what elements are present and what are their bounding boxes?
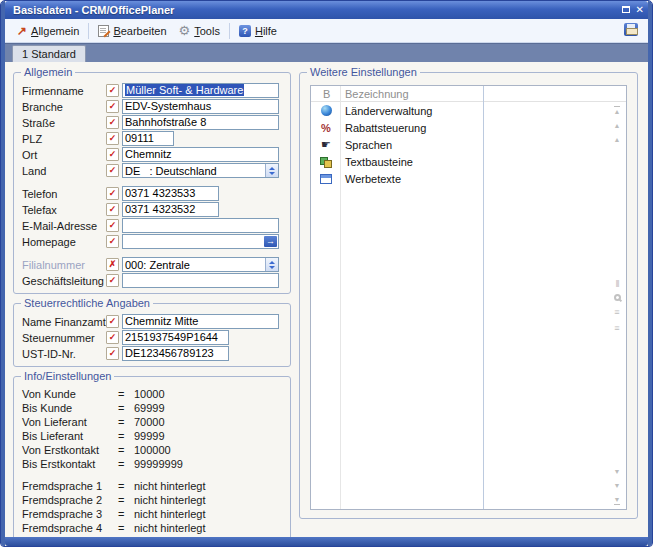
steuernummer-input[interactable]: 2151937549P1644 bbox=[122, 330, 229, 345]
page-down-icon[interactable]: ▼ bbox=[614, 482, 621, 489]
external-arrow-icon: ↗ bbox=[17, 25, 27, 37]
field-firmenname: Firmenname ✓ Müller Soft- & Hardware bbox=[22, 83, 284, 98]
field-label: Homepage bbox=[22, 236, 106, 248]
list-item-rabattsteuerung[interactable]: % Rabattsteuerung bbox=[311, 119, 626, 136]
ort-input[interactable]: Chemnitz bbox=[122, 147, 279, 162]
plz-input[interactable]: 09111 bbox=[122, 131, 174, 146]
field-branche: Branche ✓ EDV-Systemhaus bbox=[22, 99, 284, 114]
edit-check-icon[interactable]: ✓ bbox=[106, 331, 119, 344]
save-button[interactable] bbox=[620, 19, 642, 43]
toolbar-separator bbox=[229, 23, 230, 39]
list-item-sprachen[interactable]: ☛ Sprachen bbox=[311, 136, 626, 153]
edit-check-icon[interactable]: ✓ bbox=[106, 148, 119, 161]
email-input[interactable] bbox=[122, 218, 279, 233]
equals-sign: = bbox=[118, 402, 134, 414]
homepage-input[interactable]: www.Müller-Soft-und-Hardware.de → bbox=[122, 234, 279, 249]
info-row: Fremdsprache 4=nicht hinterlegt bbox=[22, 521, 284, 535]
strasse-input[interactable]: Bahnhofstraße 8 bbox=[122, 115, 279, 130]
field-filialnummer: Filialnummer ✗ 000: Zentrale bbox=[22, 257, 284, 272]
info-row: Bis Erstkontakt=99999999 bbox=[22, 457, 284, 471]
filialnummer-select[interactable]: 000: Zentrale bbox=[122, 257, 279, 272]
edit-check-icon[interactable]: ✓ bbox=[106, 187, 119, 200]
edit-check-icon[interactable]: ✓ bbox=[106, 219, 119, 232]
search-icon[interactable] bbox=[614, 294, 621, 301]
edit-check-icon[interactable]: ✓ bbox=[106, 132, 119, 145]
land-select[interactable]: DE : Deutschland bbox=[122, 163, 279, 178]
list-nav-strip: ▲ ▲ ▲ ||| ≡ ≡ ▼ ▼ ▼ bbox=[610, 106, 624, 505]
field-telefax: Telefax ✓ 0371 4323532 bbox=[22, 202, 284, 217]
field-label: Geschäftsleitung bbox=[22, 275, 106, 287]
edit-check-icon[interactable]: ✓ bbox=[106, 116, 119, 129]
panel-allgemein: Allgemein Firmenname ✓ Müller Soft- & Ha… bbox=[13, 72, 291, 294]
edit-check-icon[interactable]: ✓ bbox=[106, 203, 119, 216]
equals-sign: = bbox=[118, 430, 134, 442]
finanzamt-input[interactable]: Chemnitz Mitte bbox=[122, 314, 279, 329]
columns-icon[interactable]: ||| bbox=[615, 278, 618, 287]
telefon-input[interactable]: 0371 4323533 bbox=[122, 186, 219, 201]
column-header-bezeichnung: Bezeichnung bbox=[345, 88, 626, 100]
open-url-icon[interactable]: → bbox=[264, 236, 277, 247]
field-label: Name Finanzamt bbox=[22, 316, 106, 328]
panel-info: Info/Einstellungen Von Kunde=10000 Bis K… bbox=[13, 376, 291, 537]
geschaeftsleitung-input[interactable] bbox=[122, 273, 279, 288]
page-up-icon[interactable]: ▲ bbox=[614, 122, 621, 129]
sort-lines-icon[interactable]: ≡ bbox=[614, 308, 619, 317]
menu-allgemein[interactable]: ↗ Allgemein bbox=[11, 23, 85, 39]
edit-check-icon[interactable]: ✓ bbox=[106, 274, 119, 287]
field-label: Land bbox=[22, 165, 106, 177]
menu-hilfe[interactable]: ? Hilfe bbox=[233, 23, 283, 39]
info-row: Bis Lieferant=99999 bbox=[22, 429, 284, 443]
menu-bearbeiten[interactable]: Bearbeiten bbox=[92, 23, 172, 39]
list-item-laenderverwaltung[interactable]: Länderverwaltung bbox=[311, 102, 626, 119]
edit-check-icon[interactable]: ✓ bbox=[106, 235, 119, 248]
branche-input[interactable]: EDV-Systemhaus bbox=[122, 99, 279, 114]
equals-sign: = bbox=[118, 444, 134, 456]
equals-sign: = bbox=[118, 522, 134, 534]
edit-check-icon[interactable]: ✓ bbox=[106, 84, 119, 97]
ustid-input[interactable]: DE123456789123 bbox=[122, 346, 229, 361]
edit-check-icon[interactable]: ✓ bbox=[106, 347, 119, 360]
edit-check-icon[interactable]: ✓ bbox=[106, 164, 119, 177]
scroll-to-top-icon[interactable]: ▲ bbox=[614, 106, 621, 115]
text-blocks-icon bbox=[320, 156, 332, 168]
menubar: ↗ Allgemein Bearbeiten ⚙ Tools ? Hilfe bbox=[5, 19, 648, 43]
equals-sign: = bbox=[118, 494, 134, 506]
filter-lines-icon[interactable]: ≡ bbox=[614, 324, 619, 333]
dropdown-spinner-icon[interactable] bbox=[265, 164, 278, 177]
edit-check-icon[interactable]: ✓ bbox=[106, 315, 119, 328]
field-homepage: Homepage ✓ www.Müller-Soft-und-Hardware.… bbox=[22, 234, 284, 249]
move-down-icon[interactable]: ▼ bbox=[614, 468, 621, 475]
field-label: Telefon bbox=[22, 188, 106, 200]
group-title: Steuerrechtliche Angaben bbox=[21, 297, 153, 309]
close-window-icon[interactable]: ✕ bbox=[636, 4, 644, 16]
field-label: Filialnummer bbox=[22, 259, 106, 271]
field-ustid: UST-ID-Nr. ✓ DE123456789123 bbox=[22, 346, 284, 361]
telefax-input[interactable]: 0371 4323532 bbox=[122, 202, 219, 217]
info-row: Fremdsprache 3=nicht hinterlegt bbox=[22, 507, 284, 521]
move-up-icon[interactable]: ▲ bbox=[614, 136, 621, 143]
group-title: Info/Einstellungen bbox=[21, 370, 114, 382]
tab-standard[interactable]: 1 Standard bbox=[12, 45, 86, 62]
edit-check-icon[interactable]: ✓ bbox=[106, 100, 119, 113]
list-header: B Bezeichnung bbox=[311, 86, 626, 102]
delete-cross-icon[interactable]: ✗ bbox=[106, 258, 119, 271]
dropdown-spinner-icon[interactable] bbox=[265, 258, 278, 271]
field-label: UST-ID-Nr. bbox=[22, 348, 106, 360]
field-label: E-Mail-Adresse bbox=[22, 220, 106, 232]
restore-window-icon[interactable] bbox=[622, 4, 630, 16]
equals-sign: = bbox=[118, 416, 134, 428]
firmenname-input[interactable]: Müller Soft- & Hardware bbox=[122, 83, 279, 98]
list-item-textbausteine[interactable]: Textbausteine bbox=[311, 153, 626, 170]
menu-tools[interactable]: ⚙ Tools bbox=[173, 22, 226, 39]
field-email: E-Mail-Adresse ✓ bbox=[22, 218, 284, 233]
scroll-to-bottom-icon[interactable]: ▼ bbox=[614, 496, 621, 505]
tools-gear-icon: ⚙ bbox=[179, 24, 191, 37]
list-item-werbetexte[interactable]: Werbetexte bbox=[311, 170, 626, 187]
equals-sign: = bbox=[118, 508, 134, 520]
equals-sign: = bbox=[118, 480, 134, 492]
window-title: Basisdaten - CRM/OfficePlaner bbox=[13, 4, 622, 16]
info-row: Von Lieferant=70000 bbox=[22, 415, 284, 429]
info-row: Fremdsprache 2=nicht hinterlegt bbox=[22, 493, 284, 507]
field-ort: Ort ✓ Chemnitz bbox=[22, 147, 284, 162]
help-icon: ? bbox=[239, 25, 251, 37]
